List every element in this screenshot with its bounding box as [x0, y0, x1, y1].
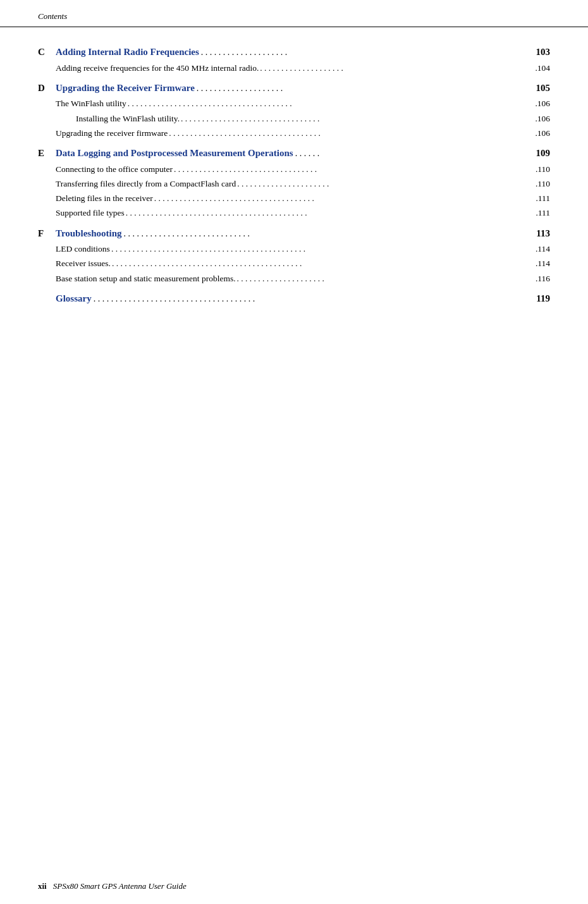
footer-document-title: SPSx80 Smart GPS Antenna User Guide: [53, 881, 187, 891]
toc-sub-e-1: Connecting to the office computer . . . …: [38, 163, 550, 176]
footer-page-number: xii: [38, 881, 47, 891]
sub-page-d-3: .106: [528, 127, 550, 140]
toc-entry-glossary: Glossary . . . . . . . . . . . . . . . .…: [38, 291, 550, 306]
section-glossary: Glossary . . . . . . . . . . . . . . . .…: [38, 291, 550, 306]
sub-page-f-2: .114: [528, 257, 550, 270]
page-footer: xii SPSx80 Smart GPS Antenna User Guide: [0, 881, 588, 891]
header-title: Contents: [38, 11, 67, 21]
sub-page-e-1: .110: [528, 163, 550, 176]
toc-sub-f-2: Receiver issues. . . . . . . . . . . . .…: [38, 257, 550, 270]
sub-page-f-1: .114: [528, 243, 550, 255]
toc-sub-c-1: Adding receive frequencies for the 450 M…: [38, 62, 550, 75]
sub-title-e-3: Deleting files in the receiver: [56, 192, 153, 205]
section-title-e: Data Logging and Postprocessed Measureme…: [56, 146, 293, 161]
sub-dots-e-4: . . . . . . . . . . . . . . . . . . . . …: [125, 207, 528, 219]
section-title-glossary: Glossary: [56, 291, 92, 306]
sub-title-f-3: Base station setup and static measuremen…: [56, 272, 236, 285]
sub-page-e-2: .110: [528, 178, 550, 190]
section-d: D Upgrading the Receiver Firmware . . . …: [38, 81, 550, 140]
sub-title-e-4: Supported file types: [56, 207, 125, 219]
dots-glossary: . . . . . . . . . . . . . . . . . . . . …: [92, 292, 528, 305]
dots-f: . . . . . . . . . . . . . . . . . . . . …: [121, 227, 528, 240]
section-title-c: Adding Internal Radio Frequencies: [56, 45, 199, 59]
toc-content: C Adding Internal Radio Frequencies . . …: [0, 39, 588, 355]
toc-sub-f-1: LED conditions . . . . . . . . . . . . .…: [38, 243, 550, 255]
toc-sub-e-2: Transferring files directly from a Compa…: [38, 178, 550, 190]
page-glossary: 119: [528, 291, 550, 306]
dots-e: . . . . . .: [293, 147, 528, 160]
sub-dots-e-1: . . . . . . . . . . . . . . . . . . . . …: [173, 163, 528, 176]
section-title-d: Upgrading the Receiver Firmware: [56, 81, 195, 95]
dots-c: . . . . . . . . . . . . . . . . . . . .: [199, 46, 528, 59]
page-header: Contents: [0, 0, 588, 27]
sub-dots-e-2: . . . . . . . . . . . . . . . . . . . . …: [236, 178, 528, 190]
section-letter-f: F: [38, 226, 56, 241]
section-letter-c: C: [38, 45, 56, 59]
toc-entry-d: D Upgrading the Receiver Firmware . . . …: [38, 81, 550, 95]
sub-dots-f-1: . . . . . . . . . . . . . . . . . . . . …: [110, 243, 528, 255]
sub-page-f-3: .116: [528, 272, 550, 285]
sub-title-c-1: Adding receive frequencies for the 450 M…: [56, 62, 259, 75]
section-e: E Data Logging and Postprocessed Measure…: [38, 146, 550, 220]
section-letter-e: E: [38, 146, 56, 161]
toc-sub-d-2: Installing the WinFlash utility. . . . .…: [38, 113, 550, 125]
section-f: F Troubleshooting . . . . . . . . . . . …: [38, 226, 550, 285]
sub-title-f-2: Receiver issues.: [56, 257, 111, 270]
sub-title-e-1: Connecting to the office computer: [56, 163, 173, 176]
toc-sub-e-3: Deleting files in the receiver . . . . .…: [38, 192, 550, 205]
dots-d: . . . . . . . . . . . . . . . . . . . .: [195, 82, 528, 95]
sub-title-e-2: Transferring files directly from a Compa…: [56, 178, 236, 190]
page-f: 113: [528, 226, 550, 241]
sub-dots-d-3: . . . . . . . . . . . . . . . . . . . . …: [168, 127, 528, 140]
sub-dots-f-2: . . . . . . . . . . . . . . . . . . . . …: [111, 257, 528, 270]
sub-dots-e-3: . . . . . . . . . . . . . . . . . . . . …: [153, 192, 528, 205]
page-c: 103: [528, 45, 550, 59]
sub-page-c-1: .104: [528, 62, 550, 75]
toc-entry-f: F Troubleshooting . . . . . . . . . . . …: [38, 226, 550, 241]
sub-page-d-1: .106: [528, 97, 550, 110]
page-e: 109: [528, 146, 550, 161]
toc-entry-c: C Adding Internal Radio Frequencies . . …: [38, 45, 550, 59]
toc-sub-d-3: Upgrading the receiver firmware . . . . …: [38, 127, 550, 140]
section-c: C Adding Internal Radio Frequencies . . …: [38, 45, 550, 75]
toc-sub-e-4: Supported file types . . . . . . . . . .…: [38, 207, 550, 219]
toc-sub-d-1: The WinFlash utility . . . . . . . . . .…: [38, 97, 550, 110]
section-letter-d: D: [38, 81, 56, 95]
sub-title-d-1: The WinFlash utility: [56, 97, 126, 110]
sub-dots-f-3: . . . . . . . . . . . . . . . . . . . . …: [236, 272, 528, 285]
sub-title-f-1: LED conditions: [56, 243, 110, 255]
sub-page-e-3: .111: [528, 192, 550, 205]
sub-title-d-2: Installing the WinFlash utility.: [76, 113, 180, 125]
sub-dots-d-2: . . . . . . . . . . . . . . . . . . . . …: [180, 113, 528, 125]
sub-page-d-2: .106: [528, 113, 550, 125]
toc-entry-e: E Data Logging and Postprocessed Measure…: [38, 146, 550, 161]
section-title-f: Troubleshooting: [56, 226, 121, 241]
sub-dots-d-1: . . . . . . . . . . . . . . . . . . . . …: [126, 97, 528, 110]
page-d: 105: [528, 81, 550, 95]
sub-page-e-4: .111: [528, 207, 550, 219]
toc-sub-f-3: Base station setup and static measuremen…: [38, 272, 550, 285]
sub-dots-c-1: . . . . . . . . . . . . . . . . . . . .: [259, 62, 528, 75]
sub-title-d-3: Upgrading the receiver firmware: [56, 127, 168, 140]
